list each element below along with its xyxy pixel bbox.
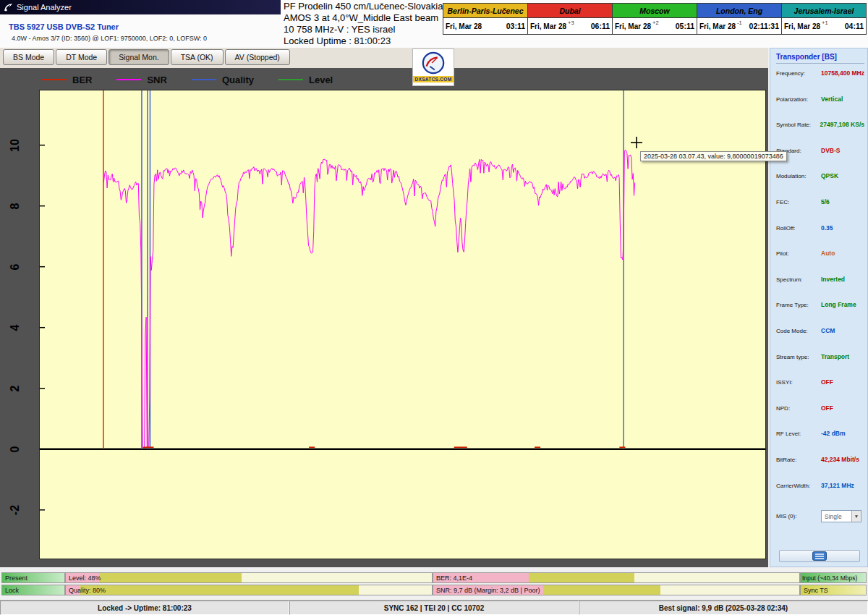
chevron-down-icon[interactable]: ▼ (851, 511, 861, 522)
quality-bar: Quality: 80% (65, 585, 433, 595)
clock-city-label: Dubai (528, 4, 612, 18)
legend-label: Quality (222, 75, 254, 85)
satellite-dish-icon (4, 3, 13, 12)
transponder-row-fec: FEC:5/6 (776, 198, 864, 224)
y-axis-label: 8 (6, 197, 25, 216)
chart-legend: BERSNRQualityLevel (42, 73, 357, 86)
snr-bar: SNR: 9,7 dB (Margin: 3,2 dB | Poor) (433, 585, 800, 595)
transponder-value: Vertical (821, 96, 843, 103)
transponder-rows: Frequency:10758,400 MHzPolarization:Vert… (776, 69, 864, 507)
level-label: Level: 48% (66, 574, 101, 582)
legend-line-level (278, 79, 303, 80)
transponder-label: Pilot: (776, 250, 821, 257)
tab-signal-mon[interactable]: Signal Mon. (109, 49, 169, 65)
transponder-row-modulation: Modulation:QPSK (776, 172, 864, 198)
clock-time-row: Fri, Mar 28+205:11 (613, 18, 697, 34)
mis-select[interactable]: Single ▼ (821, 510, 861, 522)
transponder-row-polarization: Polarization:Vertical (776, 96, 864, 122)
tab-bs-mode[interactable]: BS Mode (3, 49, 54, 65)
sync-ts-indicator: Sync TS (800, 585, 867, 595)
transponder-value: 42,234 Mbit/s (821, 456, 859, 463)
transponder-label: BitRate: (776, 456, 821, 463)
clock-time: 03:11 (506, 22, 525, 30)
clock-utc-offset: -1 (737, 20, 742, 26)
transponder-label: RollOff: (776, 224, 821, 232)
clock-time: 06:11 (591, 22, 610, 30)
transponder-row-frequency: Frequency:10758,400 MHz (776, 69, 864, 96)
legend-item-snr: SNR (116, 75, 166, 85)
transponder-value: QPSK (821, 172, 838, 179)
clock-city-label: Berlin-Paris-Lučenec (443, 4, 527, 18)
transponder-label: ISSYI: (776, 378, 821, 386)
transponder-label: Symbol Rate: (776, 121, 820, 128)
status-row-1: Present Level: 48% BER: 4,1E-4 Input (~4… (1, 572, 867, 583)
transponder-value: 0.35 (821, 224, 833, 232)
transponder-row-pilot: Pilot:Auto (776, 250, 864, 276)
y-axis-label: 10 (6, 136, 25, 155)
legend-line-snr (116, 79, 141, 80)
transponder-value: 27497,108 KS/s (820, 121, 864, 128)
clock-london-eng: London, EngFri, Mar 28-102:11:31 (697, 3, 782, 35)
transponder-label: Spectrum: (776, 276, 821, 283)
transponder-row-frame-type: Frame Type:Long Frame (776, 301, 864, 327)
lock-label: Lock (2, 587, 19, 594)
present-label: Present (2, 574, 27, 582)
quality-label: Quality: 80% (66, 587, 106, 594)
clock-date: Fri, Mar 28 (615, 22, 651, 30)
transponder-value: Auto (821, 250, 835, 257)
transponder-label: RF Level: (776, 430, 821, 437)
clock-date: Fri, Mar 28 (446, 22, 482, 30)
transponder-value: -42 dBm (821, 430, 846, 437)
transponder-label: Code Mode: (776, 327, 821, 334)
clock-time: 05:11 (676, 22, 694, 30)
lock-indicator: Lock (1, 585, 65, 595)
status-bar: Locked -> Uptime: 81:00:23 SYNC 162 | TE… (0, 600, 868, 615)
mis-selected-value: Single (825, 513, 842, 520)
transponder-value: 5/6 (821, 198, 830, 205)
transponder-value: 37,121 MHz (821, 482, 854, 489)
panel-bottom-button[interactable] (779, 550, 860, 562)
dxsatcs-logo-graphic (420, 51, 447, 75)
site-info-block: PF Prodelin 450 cm/Lučenec-Slovakia AMOS… (284, 1, 448, 47)
snr-label: SNR: 9,7 dB (Margin: 3,2 dB | Poor) (433, 587, 540, 594)
clock-city-label: Jerusalem-Israel (782, 4, 866, 18)
clock-utc-offset: +1 (822, 20, 828, 26)
transponder-row-code-mode: Code Mode:CCM (776, 327, 864, 353)
transponder-row-carrierwidth: CarrierWidth:37,121 MHz (776, 482, 864, 508)
clock-moscow: MoscowFri, Mar 28+205:11 (613, 3, 697, 35)
legend-line-quality (192, 79, 216, 80)
y-axis-label: 0 (6, 440, 25, 459)
transponder-label: Frequency: (776, 69, 821, 77)
tab-dt-mode[interactable]: DT Mode (56, 49, 107, 65)
clock-time: 04:11 (845, 22, 864, 30)
tab-av-stopped[interactable]: AV (Stopped) (225, 49, 290, 65)
legend-label: SNR (147, 75, 166, 85)
snr-trace (103, 150, 634, 448)
y-axis-label: 4 (6, 318, 25, 337)
site-info-line-1: PF Prodelin 450 cm/Lučenec-Slovakia (284, 1, 448, 12)
y-axis-label: 2 (6, 379, 25, 398)
transponder-value: DVB-S (821, 147, 840, 154)
signal-monitor-chart: BERSNRQualityLevel 2025-03-28 03.07.43, … (0, 68, 768, 567)
transponder-value: Transport (821, 353, 849, 360)
clock-utc-offset: +2 (652, 20, 659, 26)
legend-item-level: Level (278, 75, 333, 85)
status-row-2: Lock Quality: 80% SNR: 9,7 dB (Margin: 3… (1, 585, 867, 595)
statusbar-best-signal: Best signal: 9,9 dB (2025-03-28 02:34) (579, 601, 868, 615)
transponder-row-standard: Standard:DVB-S (776, 147, 864, 173)
tuner-name: TBS 5927 USB DVB-S2 Tuner (9, 22, 119, 31)
clock-time-row: Fri, Mar 2803:11 (443, 18, 527, 34)
transponder-label: Frame Type: (776, 301, 821, 308)
window-titlebar: Signal Analyzer (0, 0, 281, 14)
mis-row: MIS (0): Single ▼ (776, 510, 864, 522)
transponder-value: OFF (821, 378, 833, 386)
dxsatcs-logo: DXSATCS.COM (412, 48, 454, 86)
transponder-row-stream-type: Stream type:Transport (776, 353, 864, 379)
clock-time-row: Fri, Mar 28+306:11 (528, 18, 612, 34)
tab-tsa-ok[interactable]: TSA (OK) (171, 49, 224, 65)
transponder-value: OFF (821, 404, 833, 412)
clock-utc-offset: +3 (568, 20, 574, 26)
dxsatcs-logo-text: DXSATCS.COM (413, 76, 454, 82)
tuner-detail: 4.0W - Amos 3/7 (ID: 3560) @ LOF1: 97500… (12, 35, 207, 42)
transponder-row-issyi: ISSYI:OFF (776, 378, 864, 404)
